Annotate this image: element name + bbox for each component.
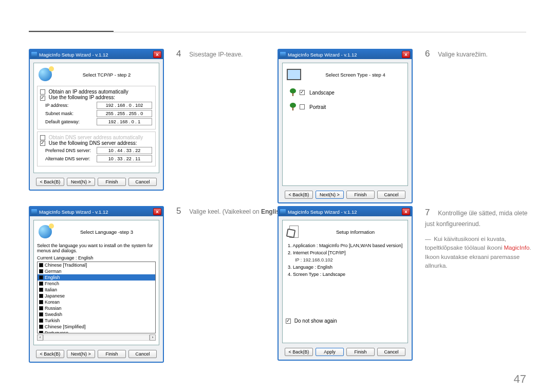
landscape-label: Landscape (309, 90, 335, 96)
caption-5-num: 5 (176, 206, 188, 216)
cancel-button[interactable]: Cancel (377, 348, 405, 356)
back-button[interactable]: < Back(B) (285, 348, 313, 356)
language-option[interactable]: French (38, 281, 155, 287)
language-option-label: Korean (45, 300, 60, 305)
back-button[interactable]: < Back(B) (285, 191, 313, 199)
finish-button[interactable]: Finish (346, 348, 375, 356)
checkbox-icon (39, 325, 43, 329)
caption-7-num: 7 (425, 206, 436, 219)
pref-dns-input[interactable]: 10 . 44 . 33 . 22 (97, 147, 152, 154)
gateway-input[interactable]: 192 . 168 . 0 . 1 (97, 118, 152, 125)
next-button[interactable]: Next(N) > (67, 350, 95, 358)
wizard-step2-window: MagicInfo Setup Wizard - v.1.12 × Select… (29, 49, 164, 191)
step-title: Select TCP/IP - step 2 (58, 72, 156, 78)
language-option[interactable]: German (38, 268, 155, 274)
language-option[interactable]: Russian (38, 305, 155, 311)
use-following-ip-label: Use the following IP address: (49, 95, 115, 100)
close-icon[interactable]: × (153, 208, 161, 215)
language-option[interactable]: Chinese [Traditional] (38, 262, 155, 268)
info-screen-type: 4. Screen Type : Landscape (288, 272, 404, 277)
app-icon (31, 52, 37, 58)
language-option[interactable]: Italian (38, 287, 155, 293)
checkbox-icon (39, 300, 43, 304)
tree-portrait-icon (289, 102, 297, 111)
svg-rect-1 (292, 93, 293, 96)
dont-show-again-label: Do not show again (294, 318, 337, 324)
next-button[interactable]: Next(N) > (316, 191, 344, 199)
svg-rect-3 (292, 107, 293, 110)
checkbox-icon (39, 269, 43, 273)
cancel-button[interactable]: Cancel (128, 178, 157, 186)
subnet-label: Subnet mask: (45, 111, 97, 116)
scroll-right-icon[interactable]: › (150, 334, 156, 341)
caption-6-num: 6 (425, 49, 436, 59)
language-option-label: Swedish (45, 312, 62, 317)
checkbox-icon (39, 319, 43, 323)
pref-dns-label: Preferred DNS server: (45, 148, 97, 153)
note-line1: Kui käivitusikooni ei kuvata, topeltklõp… (425, 236, 506, 251)
close-icon[interactable]: × (402, 208, 410, 215)
checkbox-icon (39, 275, 43, 279)
obtain-ip-auto-checkbox[interactable] (40, 89, 45, 95)
app-icon (280, 52, 286, 58)
step-title: Select Screen Type - step 4 (306, 72, 404, 78)
obtain-dns-auto-checkbox (40, 135, 45, 140)
language-option-label: Japanese (45, 293, 65, 298)
scroll-left-icon[interactable]: ‹ (37, 334, 43, 341)
checkbox-icon (39, 312, 43, 316)
globe-icon (39, 225, 52, 238)
scroll-track[interactable] (43, 334, 150, 341)
language-listbox[interactable]: Chinese [Traditional]GermanEnglishFrench… (37, 262, 156, 333)
use-following-dns-checkbox[interactable] (40, 141, 45, 146)
dont-show-again-checkbox[interactable] (286, 319, 291, 324)
language-option[interactable]: English (38, 274, 155, 281)
cancel-button[interactable]: Cancel (377, 191, 405, 199)
portrait-checkbox[interactable] (300, 104, 305, 109)
window-title: MagicInfo Setup Wizard - v.1.12 (39, 209, 108, 215)
caption-7-text: Kontrollige üle sätted, mida olete just … (425, 210, 527, 228)
back-button[interactable]: < Back(B) (36, 350, 64, 358)
close-icon[interactable]: × (153, 51, 161, 58)
caption-4-num: 4 (176, 49, 188, 59)
wizard-step4-window: MagicInfo Setup Wizard - v.1.12 × Select… (278, 49, 413, 203)
app-icon (31, 209, 37, 215)
alt-dns-input[interactable]: 10 . 33 . 22 . 11 (97, 155, 152, 162)
document-icon (289, 226, 299, 238)
close-icon[interactable]: × (402, 51, 410, 58)
wizard-setup-info-window: MagicInfo Setup Wizard - v.1.12 × Setup … (278, 206, 413, 361)
language-option[interactable]: Chinese [Simplified] (38, 324, 155, 330)
next-button[interactable]: Next(N) > (67, 178, 95, 186)
language-option-label: Chinese [Traditional] (45, 263, 87, 268)
ip-address-input[interactable]: 192 . 168 . 0 . 102 (97, 102, 152, 109)
language-option[interactable]: Japanese (38, 293, 155, 299)
info-application: 1. Application : MagicInfo Pro [LAN,WAN … (288, 243, 404, 248)
language-option-label: Chinese [Simplified] (45, 324, 86, 329)
language-option-label: Russian (45, 306, 62, 311)
finish-button[interactable]: Finish (346, 191, 375, 199)
subnet-input[interactable]: 255 . 255 . 255 . 0 (97, 110, 152, 117)
use-following-ip-checkbox[interactable] (40, 96, 45, 101)
finish-button[interactable]: Finish (98, 350, 126, 358)
caption-4-text: Sisestage IP-teave. (189, 51, 243, 58)
apply-button[interactable]: Apply (316, 348, 344, 356)
page-number: 47 (514, 372, 526, 386)
language-option[interactable]: Portuguese (38, 330, 155, 333)
back-button[interactable]: < Back(B) (36, 178, 64, 186)
landscape-checkbox[interactable] (300, 90, 305, 95)
language-option-label: Portuguese (45, 330, 68, 333)
window-title: MagicInfo Setup Wizard - v.1.12 (39, 52, 108, 58)
step-title: Select Language -step 3 (58, 229, 156, 235)
checkbox-icon (39, 294, 43, 298)
info-ip-value: IP : 192.168.0.102 (295, 257, 404, 263)
svg-point-2 (290, 103, 296, 108)
language-option[interactable]: Turkish (38, 318, 155, 324)
wizard-step3-window: MagicInfo Setup Wizard - v.1.12 × Select… (29, 206, 164, 363)
language-option[interactable]: Korean (38, 299, 155, 305)
language-option-label: Italian (45, 287, 57, 292)
language-option[interactable]: Swedish (38, 311, 155, 318)
window-title: MagicInfo Setup Wizard - v.1.12 (288, 209, 357, 215)
cancel-button[interactable]: Cancel (128, 350, 157, 358)
caption-5-text: Valige keel. (Vaikekeel on (189, 208, 261, 215)
checkbox-icon (39, 282, 43, 286)
finish-button[interactable]: Finish (98, 178, 126, 186)
